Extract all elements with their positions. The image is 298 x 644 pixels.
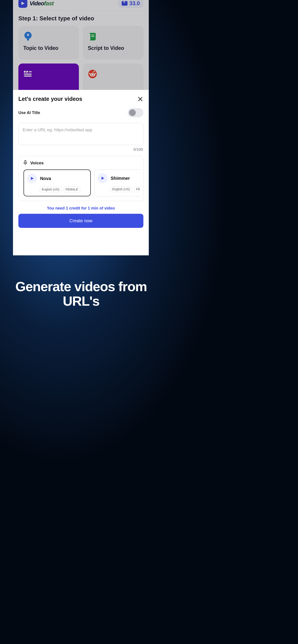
create-now-button[interactable]: Create now — [18, 214, 143, 228]
close-icon — [138, 96, 143, 102]
voice-lang-tag: English (US) — [110, 186, 132, 192]
play-button[interactable] — [27, 174, 37, 183]
svg-rect-14 — [25, 160, 26, 163]
create-modal: Let's create your videos Use AI Title 0/… — [13, 90, 149, 255]
play-icon — [101, 176, 105, 180]
play-icon — [30, 176, 34, 180]
ai-title-toggle[interactable] — [128, 108, 143, 118]
url-input-box[interactable] — [18, 123, 143, 145]
voice-card-nova[interactable]: Nova English (US) FEMALE — [24, 170, 91, 196]
voice-list[interactable]: Nova English (US) FEMALE Shimmer — [22, 170, 140, 196]
voice-gender-tag: FEMALE — [64, 186, 80, 192]
voice-name: Nova — [40, 176, 51, 181]
toggle-knob — [129, 109, 136, 116]
hero-headline: Generate videos from URL's — [0, 280, 162, 308]
close-button[interactable] — [137, 96, 143, 102]
url-input[interactable] — [23, 128, 139, 132]
ai-title-row: Use AI Title — [18, 108, 143, 118]
modal-title: Let's create your videos — [18, 96, 82, 102]
voice-name: Shimmer — [111, 176, 130, 181]
microphone-icon — [23, 160, 28, 166]
ai-title-label: Use AI Title — [18, 110, 40, 115]
voices-section: Voices Nova English (US) FEMALE — [18, 156, 143, 201]
app-screen: Videofast 33.0 Step 1: Select type of vi… — [13, 0, 149, 255]
voices-label: Voices — [30, 160, 44, 166]
voice-card-shimmer[interactable]: Shimmer English (US) FE — [94, 170, 140, 196]
credit-note: You need 1 credit for 1 min of video — [18, 206, 143, 211]
voice-gender-tag: FE — [134, 186, 140, 192]
char-counter: 0/100 — [18, 147, 143, 152]
voice-lang-tag: English (US) — [40, 186, 61, 192]
play-button[interactable] — [98, 173, 107, 183]
